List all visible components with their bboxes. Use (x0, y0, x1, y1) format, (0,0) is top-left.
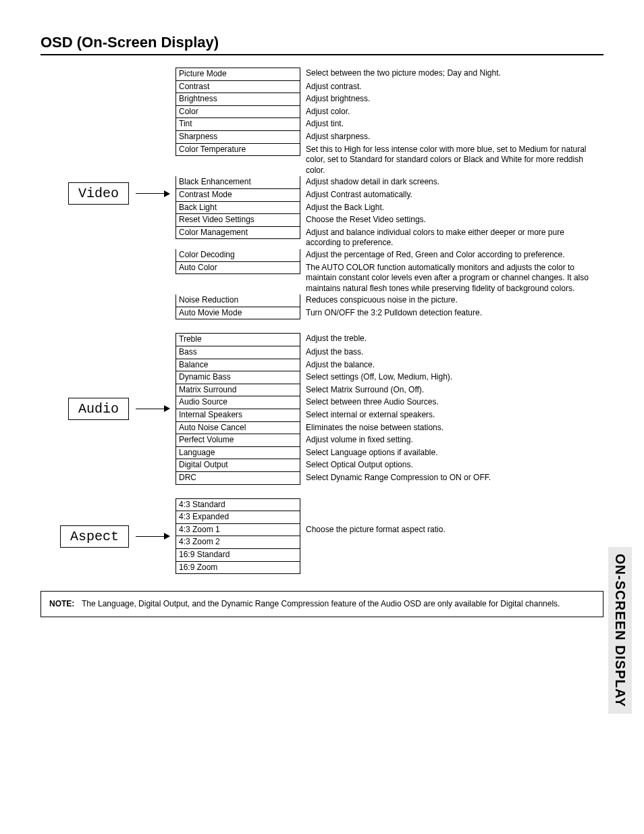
menu-term: Color Temperature (176, 144, 300, 157)
menu-row: DRCSelect Dynamic Range Compression to O… (176, 472, 603, 485)
menu-description: Adjust sharpness. (300, 131, 603, 143)
menu-term: Digital Output (176, 459, 300, 472)
menu-description: Select Language options if available. (300, 447, 603, 459)
menu-row: ColorAdjust color. (176, 106, 603, 119)
menu-description: Adjust the Back Light. (300, 202, 603, 214)
menu-description: Adjust brightness. (300, 93, 603, 105)
section-aspect: Aspect4:3 Standard4:3 Expanded4:3 Zoom 1… (41, 498, 603, 575)
page-title: OSD (On-Screen Display) (41, 34, 603, 55)
menu-description: Adjust shadow detail in dark screens. (300, 176, 603, 188)
menu-description: Adjust the bass. (300, 346, 603, 359)
side-tab: ON-SCREEN DISPLAY (608, 547, 632, 714)
menu-term: Contrast Mode (176, 189, 300, 202)
menu-row: Noise ReductionReduces conspicuous noise… (176, 294, 603, 307)
category-label: Aspect (60, 525, 129, 548)
menu-row: 16:9 Standard (176, 549, 603, 562)
menu-row: Auto Noise CancelEliminates the noise be… (176, 422, 603, 435)
menu-description: Select settings (Off, Low, Medium, High)… (300, 371, 603, 384)
arrow-icon (136, 533, 170, 540)
menu-term: 16:9 Standard (176, 549, 300, 562)
note-box: NOTE: The Language, Digital Output, and … (41, 591, 603, 617)
menu-row: Black EnhancementAdjust shadow detail in… (176, 176, 603, 189)
menu-description: Adjust the percentage of Red, Green and … (300, 249, 603, 261)
menu-description: Eliminates the noise between stations. (300, 422, 603, 434)
menu-row: Perfect VolumeAdjust volume in fixed set… (176, 434, 603, 447)
menu-description: Turn ON/OFF the 3:2 Pulldown detection f… (300, 307, 603, 319)
menu-description (300, 562, 603, 563)
menu-description (300, 536, 603, 538)
menu-row: TrebleAdjust the treble. (176, 333, 603, 346)
menu-description: Select between the two picture modes; Da… (300, 68, 603, 80)
menu-term: Black Enhancement (176, 176, 300, 189)
menu-row: BassAdjust the bass. (176, 346, 603, 359)
menu-row: Digital OutputSelect Optical Output opti… (176, 459, 603, 472)
menu-description: Adjust the treble. (300, 333, 603, 345)
menu-term: 4:3 Zoom 2 (176, 536, 300, 549)
menu-term: Sharpness (176, 131, 300, 144)
menu-row: Auto Movie ModeTurn ON/OFF the 3:2 Pulld… (176, 307, 603, 320)
menu-term: Tint (176, 118, 300, 131)
menu-term: Matrix Surround (176, 384, 300, 397)
menu-description: Adjust volume in fixed setting. (300, 434, 603, 446)
menu-description: Set this to High for less intense color … (300, 144, 603, 177)
menu-description: Adjust and balance individual colors to … (300, 227, 603, 249)
section-audio: AudioTrebleAdjust the treble.BassAdjust … (41, 333, 603, 484)
category-label: Video (68, 182, 129, 205)
menu-description: Adjust contrast. (300, 81, 603, 93)
menu-row: Picture ModeSelect between the two pictu… (176, 68, 603, 81)
menu-row: BrightnessAdjust brightness. (176, 93, 603, 106)
menu-description: Choose the picture format aspect ratio. (300, 524, 603, 536)
menu-description: Choose the Reset Video settings. (300, 214, 603, 226)
menu-row: Matrix SurroundSelect Matrix Surround (O… (176, 384, 603, 397)
menu-description (300, 498, 603, 500)
menu-description: Adjust the balance. (300, 359, 603, 371)
menu-row: Color DecodingAdjust the percentage of R… (176, 249, 603, 262)
category-label: Audio (68, 398, 129, 420)
menu-description: Select between three Audio Sources. (300, 396, 603, 409)
section-video: VideoPicture ModeSelect between the two … (41, 68, 603, 319)
note-label: NOTE: (49, 598, 82, 610)
arrow-icon (136, 405, 170, 412)
menu-row: SharpnessAdjust sharpness. (176, 131, 603, 144)
menu-term: Dynamic Bass (176, 371, 300, 384)
menu-term: Perfect Volume (176, 434, 300, 447)
menu-description: Adjust Contrast automatically. (300, 189, 603, 201)
menu-description (300, 549, 603, 550)
arrow-icon (136, 190, 170, 197)
menu-term: Reset Video Settings (176, 214, 300, 227)
menu-row: Dynamic BassSelect settings (Off, Low, M… (176, 371, 603, 384)
menu-row: ContrastAdjust contrast. (176, 81, 603, 94)
menu-term: Picture Mode (176, 68, 300, 81)
menu-term: DRC (176, 472, 300, 485)
menu-term: Color Management (176, 227, 300, 240)
menu-term: Auto Noise Cancel (176, 422, 300, 435)
menu-description: Adjust tint. (300, 118, 603, 130)
menu-description: Adjust color. (300, 106, 603, 118)
menu-term: Back Light (176, 202, 300, 215)
menu-description (300, 511, 603, 513)
menu-row: TintAdjust tint. (176, 118, 603, 131)
note-text: The Language, Digital Output, and the Dy… (82, 598, 595, 610)
menu-term: Color (176, 106, 300, 119)
menu-row: Contrast ModeAdjust Contrast automatical… (176, 189, 603, 202)
menu-term: Treble (176, 333, 300, 346)
menu-description: Select Optical Output options. (300, 459, 603, 471)
menu-row: LanguageSelect Language options if avail… (176, 447, 603, 460)
menu-term: 4:3 Standard (176, 498, 300, 512)
menu-row: Color ManagementAdjust and balance indiv… (176, 227, 603, 249)
menu-term: Balance (176, 359, 300, 372)
menu-row: Color TemperatureSet this to High for le… (176, 144, 603, 177)
menu-term: Color Decoding (176, 249, 300, 262)
menu-term: Bass (176, 346, 300, 359)
menu-row: Audio SourceSelect between three Audio S… (176, 396, 603, 409)
menu-row: 4:3 Expanded (176, 511, 603, 524)
menu-term: Noise Reduction (176, 294, 300, 307)
menu-term: Language (176, 447, 300, 460)
menu-description: Select internal or external speakers. (300, 409, 603, 421)
menu-description: The AUTO COLOR function automatically mo… (300, 262, 603, 295)
menu-row: 4:3 Standard (176, 498, 603, 512)
menu-description: Select Matrix Surround (On, Off). (300, 384, 603, 396)
menu-row: Back LightAdjust the Back Light. (176, 202, 603, 215)
menu-term: Brightness (176, 93, 300, 106)
menu-term: Internal Speakers (176, 409, 300, 422)
